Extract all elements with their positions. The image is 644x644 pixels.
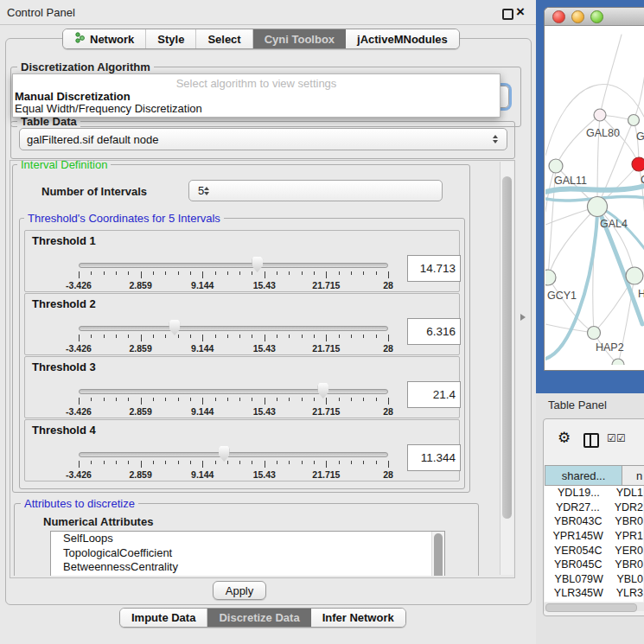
network-node-GCY1[interactable] bbox=[545, 270, 556, 285]
bottom-tab-label: Infer Network bbox=[322, 611, 394, 624]
tick-mark bbox=[202, 335, 203, 341]
tick-mark bbox=[326, 398, 327, 405]
network-node-GA[interactable] bbox=[628, 115, 640, 126]
slider[interactable]: -3.4262.8599.14415.4321.71528 bbox=[79, 386, 388, 416]
tick-mark bbox=[363, 461, 364, 464]
table-row[interactable]: YBL079WYBL0 bbox=[545, 572, 643, 587]
checkbox-icon[interactable]: ☑ bbox=[607, 432, 616, 444]
algorithm-option[interactable]: Equal Width/Frequency Discretization bbox=[15, 102, 202, 115]
zoom-traffic-light-icon[interactable] bbox=[590, 10, 603, 23]
list-scrollbar-thumb[interactable] bbox=[434, 533, 443, 576]
tick-mark bbox=[79, 335, 80, 341]
tick-mark bbox=[351, 271, 352, 275]
tick-mark bbox=[91, 271, 92, 275]
number-of-intervals-spinner[interactable]: 5 bbox=[188, 180, 443, 201]
tick-mark bbox=[277, 461, 277, 464]
minimize-traffic-light-icon[interactable] bbox=[571, 10, 584, 23]
table-row[interactable]: YBR045CYBR0 bbox=[545, 558, 643, 572]
gear-icon[interactable]: ⚙ bbox=[558, 429, 571, 447]
threshold-value-field[interactable]: 21.4 bbox=[407, 381, 461, 408]
tick-mark bbox=[265, 461, 265, 468]
threshold-value-field[interactable]: 11.344 bbox=[407, 444, 461, 471]
tick-mark bbox=[339, 271, 340, 275]
table-row[interactable]: YIL052CYIL0 bbox=[545, 601, 643, 602]
tab-cyni-toolbox[interactable]: Cyni Toolbox bbox=[253, 29, 346, 48]
list-scrollbar[interactable] bbox=[431, 532, 444, 576]
table-data-combobox[interactable]: galFiltered.sif default node bbox=[19, 128, 507, 150]
list-item[interactable]: BetweennessCentrality bbox=[51, 560, 444, 575]
table-row[interactable]: YBR043CYBR0 bbox=[545, 514, 643, 529]
network-node-HAP2[interactable] bbox=[588, 327, 601, 340]
split-columns-icon[interactable] bbox=[583, 433, 599, 448]
tab-select[interactable]: Select bbox=[196, 29, 252, 48]
list-item[interactable]: SelfLoops bbox=[51, 532, 444, 546]
horizontal-scrollbar-thumb[interactable] bbox=[545, 603, 637, 612]
tab-style[interactable]: Style bbox=[146, 29, 196, 48]
bottom-tab-discretize-data[interactable]: Discretize Data bbox=[207, 609, 310, 627]
horizontal-scrollbar[interactable] bbox=[544, 603, 644, 611]
threshold-value-field[interactable]: 6.316 bbox=[407, 318, 461, 345]
network-node-label: GAL11 bbox=[554, 175, 587, 187]
bottom-tab-impute-data[interactable]: Impute Data bbox=[120, 609, 207, 627]
tick-mark bbox=[239, 335, 240, 338]
tick-mark bbox=[128, 461, 129, 464]
network-node-GAL4[interactable] bbox=[588, 197, 608, 217]
tick-mark bbox=[277, 398, 277, 401]
network-window[interactable]: GAL80GACGAL11GAL4GCY1HHAP2 bbox=[544, 7, 644, 371]
network-node-C[interactable] bbox=[632, 157, 644, 171]
tick-label: 9.144 bbox=[191, 343, 214, 354]
cell-shared-name: YLR345W bbox=[545, 587, 613, 599]
tab-jactivemnodules[interactable]: jActiveMNodules bbox=[346, 29, 459, 48]
slider-track[interactable] bbox=[79, 326, 388, 331]
tab-network[interactable]: Network bbox=[63, 29, 146, 48]
network-window-titlebar[interactable] bbox=[545, 8, 644, 26]
slider-track[interactable] bbox=[79, 263, 388, 268]
slider[interactable]: -3.4262.8599.14415.4321.71528 bbox=[79, 450, 388, 479]
tick-mark bbox=[289, 271, 290, 275]
slider[interactable]: -3.4262.8599.14415.4321.71528 bbox=[79, 260, 388, 290]
stepper-icon bbox=[204, 187, 209, 195]
table-row[interactable]: YDL19...YDL1 bbox=[545, 486, 643, 501]
tick-mark bbox=[141, 461, 142, 468]
tick-mark bbox=[239, 398, 240, 401]
network-node-label: GA bbox=[636, 131, 644, 143]
network-node-GAL80[interactable] bbox=[594, 109, 606, 121]
tick-mark bbox=[265, 335, 265, 341]
list-item[interactable]: TopologicalCoefficient bbox=[51, 546, 444, 561]
network-node-GAL11[interactable] bbox=[549, 159, 563, 173]
threshold-label: Threshold 4 bbox=[32, 424, 96, 437]
slider-handle[interactable] bbox=[169, 320, 180, 335]
slider-track[interactable] bbox=[79, 389, 388, 394]
table-row[interactable]: YER054CYER0 bbox=[545, 543, 643, 558]
float-window-icon[interactable] bbox=[502, 9, 513, 20]
threshold-value-field[interactable]: 14.713 bbox=[407, 255, 461, 282]
vertical-scrollbar[interactable] bbox=[500, 162, 513, 575]
tick-mark bbox=[215, 398, 216, 401]
bottom-tab-infer-network[interactable]: Infer Network bbox=[311, 609, 405, 627]
tick-mark bbox=[104, 335, 105, 338]
slider-handle[interactable] bbox=[252, 257, 263, 272]
vertical-scrollbar-thumb[interactable] bbox=[502, 176, 512, 519]
close-icon[interactable]: × bbox=[516, 3, 525, 21]
checkbox-icon[interactable]: ☑ bbox=[616, 432, 626, 444]
slider-track[interactable] bbox=[79, 452, 388, 457]
network-node-H[interactable] bbox=[626, 267, 643, 284]
column-header-name[interactable]: n bbox=[622, 465, 644, 486]
node-table[interactable]: YDL19...YDL1YDR27...YDR2YBR043CYBR0YPR14… bbox=[545, 486, 643, 602]
network-canvas[interactable]: GAL80GACGAL11GAL4GCY1HHAP2 bbox=[545, 26, 644, 365]
apply-button[interactable]: Apply bbox=[213, 581, 266, 600]
slider-handle[interactable] bbox=[219, 446, 230, 462]
table-row[interactable]: YPR145WYPR1 bbox=[545, 529, 643, 544]
algorithm-option[interactable]: Manual Discretization bbox=[15, 90, 131, 103]
slider-handle[interactable] bbox=[317, 383, 328, 399]
table-row[interactable]: YDR27...YDR2 bbox=[545, 501, 643, 515]
column-header-shared[interactable]: shared... bbox=[545, 465, 622, 486]
splitter-arrow-icon[interactable] bbox=[520, 314, 526, 321]
close-traffic-light-icon[interactable] bbox=[552, 10, 565, 23]
numerical-attributes-list[interactable]: SelfLoopsTopologicalCoefficientBetweenne… bbox=[50, 531, 445, 576]
tab-label: jActiveMNodules bbox=[357, 33, 448, 46]
tick-mark bbox=[339, 461, 340, 464]
tick-label: 21.715 bbox=[312, 469, 340, 480]
table-row[interactable]: YLR345WYLR3 bbox=[545, 586, 643, 601]
slider[interactable]: -3.4262.8599.14415.4321.71528 bbox=[79, 323, 388, 353]
